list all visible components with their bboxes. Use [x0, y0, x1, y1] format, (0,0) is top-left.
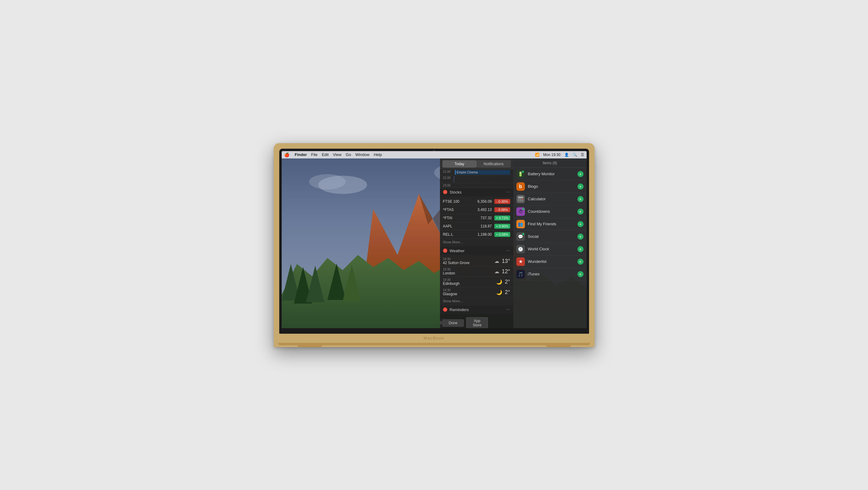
stocks-widget: − Stocks ⋯ FTSE 100 6,356.09 - 0.30%: [440, 188, 513, 247]
apple-logo-icon[interactable]: 🍎: [284, 152, 289, 157]
weather-time-loc-edinburgh: 19:30 Edinburgh: [443, 278, 494, 286]
stocks-show-more[interactable]: Show More...: [440, 239, 513, 246]
stock-price-aapl: 118.87: [475, 224, 492, 228]
item-row-battery-monitor[interactable]: 🔋 Battery Monitor +: [513, 168, 587, 181]
item-row-countdowns[interactable]: ⏱ Countdowns +: [513, 205, 587, 218]
tab-bar: Today Notifications: [440, 158, 513, 169]
calculator-icon: [516, 195, 525, 203]
svg-rect-16: [522, 199, 523, 200]
stocks-collapse-btn[interactable]: −: [443, 190, 447, 194]
item-add-itunes[interactable]: +: [578, 271, 584, 277]
stock-price-ftse100: 6,356.09: [475, 199, 492, 204]
time-label-2100: 21:00: [443, 170, 454, 175]
item-add-social[interactable]: +: [578, 234, 584, 240]
stocks-content: FTSE 100 6,356.09 - 0.30% ^FTAS 3,492.13…: [440, 196, 513, 247]
item-add-wunderlist[interactable]: +: [578, 259, 584, 265]
stock-row-aapl[interactable]: AAPL 118.87 + 0.90%: [440, 222, 513, 230]
menu-bar-right: 📶 Mon 19:30 👤 🔍 ☰: [535, 153, 584, 157]
item-label-worldclock: World Clock: [528, 247, 578, 251]
battery-monitor-dot: [522, 171, 524, 173]
stocks-more-btn[interactable]: ⋯: [506, 190, 510, 194]
svg-rect-15: [520, 199, 521, 200]
item-add-battery-monitor[interactable]: +: [578, 171, 584, 177]
app-store-button[interactable]: App Store: [466, 317, 488, 328]
stock-name-ftai: ^FTAI: [443, 216, 475, 220]
menu-view[interactable]: View: [333, 152, 342, 157]
screen-bezel: 🍎 Finder File Edit View Go Window Help 📶…: [279, 149, 589, 334]
weather-row-edinburgh[interactable]: 19:30 Edinburgh 🌙 2°: [440, 277, 513, 287]
macbook-feet: [279, 345, 589, 347]
macbook-foot-left: [298, 345, 322, 347]
social-icon: 💬: [516, 232, 525, 241]
menu-edit[interactable]: Edit: [322, 152, 329, 157]
stock-row-rell[interactable]: REL.L 1,198.00 + 0.08%: [440, 230, 513, 239]
event-bar-2100: Empire Cinema: [455, 170, 510, 175]
settings-gear-icon[interactable]: ⚙: [440, 320, 442, 326]
weather-temp-london: 12°: [502, 268, 510, 275]
item-add-calculator[interactable]: +: [578, 196, 584, 202]
weather-widget-title: Weather: [450, 249, 506, 253]
time-label-2300: 23:00: [443, 184, 454, 187]
stock-price-rell: 1,198.00: [475, 232, 492, 237]
macbook-foot-right: [546, 345, 571, 347]
item-row-calculator[interactable]: Calculator +: [513, 193, 587, 205]
item-add-countdowns[interactable]: +: [578, 208, 584, 215]
item-row-findmyfriends[interactable]: 👥 Find My Friends +: [513, 218, 587, 230]
search-icon[interactable]: 🔍: [572, 153, 577, 157]
stock-change-ftse100: - 0.30%: [494, 199, 510, 204]
done-button[interactable]: Done: [442, 319, 464, 327]
item-row-blogo[interactable]: b Blogo +: [513, 181, 587, 193]
weather-row-glasgow[interactable]: 19:30 Glasgow 🌙 2°: [440, 287, 513, 298]
stock-change-rell: + 0.08%: [494, 232, 510, 237]
tab-notifications[interactable]: Notifications: [476, 160, 511, 168]
weather-icon-glasgow: 🌙: [496, 289, 502, 295]
item-add-findmyfriends[interactable]: +: [578, 221, 584, 227]
items-panel-header: Items (9): [513, 158, 587, 168]
item-row-worldclock[interactable]: 🕐 World Clock +: [513, 243, 587, 256]
stock-row-ftse100[interactable]: FTSE 100 6,356.09 - 0.30%: [440, 198, 513, 206]
item-label-social: Social: [528, 234, 578, 239]
svg-point-2: [309, 174, 346, 189]
svg-rect-14: [518, 199, 519, 200]
menu-finder[interactable]: Finder: [295, 152, 307, 157]
event-empire-cinema[interactable]: Empire Cinema: [455, 170, 510, 175]
stock-row-ftai[interactable]: ^FTAI 737.32 + 0.72%: [440, 214, 513, 222]
weather-loc-london: London: [443, 271, 492, 275]
item-add-worldclock[interactable]: +: [578, 246, 584, 252]
time-row-2200: 22:00: [440, 175, 513, 183]
menu-file[interactable]: File: [311, 152, 317, 157]
menu-help[interactable]: Help: [374, 152, 382, 157]
stock-change-aapl: + 0.90%: [494, 224, 510, 229]
item-label-findmyfriends: Find My Friends: [528, 222, 578, 226]
weather-collapse-btn[interactable]: −: [443, 249, 447, 253]
weather-show-more[interactable]: Show More...: [440, 298, 513, 304]
item-row-wunderlist[interactable]: ★ Wunderlist +: [513, 256, 587, 268]
weather-icon-london: ☁: [494, 269, 499, 274]
notification-center-icon[interactable]: ☰: [581, 153, 584, 157]
item-row-social[interactable]: 💬 Social +: [513, 230, 587, 243]
macbook-bottom: MacBook: [279, 334, 589, 343]
time-row-2100: 21:00 Empire Cinema: [440, 169, 513, 175]
weather-row-london[interactable]: 19:30 London ☁ 12°: [440, 266, 513, 277]
countdowns-dot: [522, 208, 524, 210]
item-add-blogo[interactable]: +: [578, 184, 584, 190]
item-row-itunes[interactable]: 🎵 iTunes +: [513, 268, 587, 281]
time-label-2200: 22:00: [443, 176, 454, 182]
items-panel: Items (9) 🔋 Battery Monitor +: [513, 158, 587, 328]
stock-name-ftas: ^FTAS: [443, 207, 475, 212]
stock-row-ftas[interactable]: ^FTAS 3,492.13 - 0.08%: [440, 206, 513, 214]
menu-bar-left: 🍎 Finder File Edit View Go Window Help: [284, 152, 382, 157]
reminders-more-btn[interactable]: ⋯: [506, 307, 510, 312]
weather-more-btn[interactable]: ⋯: [506, 249, 510, 253]
weather-time-london: 19:30: [443, 268, 492, 271]
tab-today[interactable]: Today: [442, 160, 476, 168]
worldclock-icon: 🕐: [516, 245, 525, 253]
weather-loc-edinburgh: Edinburgh: [443, 282, 494, 286]
menu-go[interactable]: Go: [346, 152, 351, 157]
stock-change-ftai: + 0.72%: [494, 216, 510, 221]
weather-temp-edinburgh: 2°: [505, 279, 510, 285]
reminders-collapse-btn[interactable]: −: [443, 307, 447, 312]
weather-row-sutton[interactable]: 19:30 42 Sutton Grove ☁ 13°: [440, 256, 513, 266]
user-icon[interactable]: 👤: [564, 153, 569, 157]
menu-window[interactable]: Window: [355, 152, 369, 157]
